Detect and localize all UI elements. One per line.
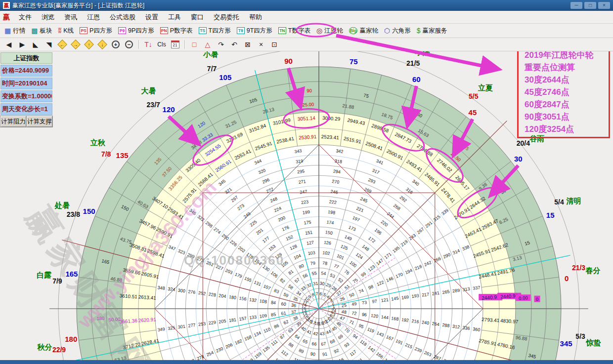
menu-item-设置[interactable]: 设置	[140, 11, 163, 23]
close-button[interactable]: ×	[598, 2, 610, 9]
toolbar-button-t-number-table[interactable]: TNT数字表	[276, 26, 314, 36]
toolbar-button-kline[interactable]: ʬK线	[55, 26, 77, 36]
winner-wheel-label: 赢家轮	[359, 27, 378, 35]
tool-pan-left[interactable]: ←	[56, 39, 68, 50]
p-number-table-icon: PN	[160, 27, 168, 34]
svg-text:336: 336	[462, 325, 470, 331]
window-controls: ─□×	[570, 2, 610, 9]
tool-time-axis[interactable]: T↓	[142, 39, 154, 50]
tool-rotate-cw[interactable]: ↷	[215, 39, 227, 50]
gann-wheel-chart-area[interactable]: 1234567891011121314151617181920212223242…	[0, 51, 613, 364]
menu-item-江恩[interactable]: 江恩	[82, 11, 105, 23]
svg-text:31: 31	[313, 281, 318, 286]
svg-text:271: 271	[298, 179, 306, 185]
toolbar-button-winner-wheel[interactable]: Big赢家轮	[347, 26, 382, 36]
svg-text:处暑: 处暑	[54, 201, 70, 209]
tool-pointer-left[interactable]: ◣	[30, 39, 42, 50]
svg-text:253: 253	[198, 321, 206, 327]
svg-text:72: 72	[351, 311, 357, 316]
tool-pan-right[interactable]: →	[70, 39, 82, 50]
svg-text:300: 300	[177, 288, 185, 294]
tool-calendar[interactable]: 21	[169, 39, 181, 50]
zoom-out-icon: −	[125, 40, 133, 48]
box-x-icon: ⊠	[245, 40, 251, 48]
p-number-table-label: P数字表	[170, 27, 193, 35]
minimize-button[interactable]: ─	[570, 2, 582, 9]
menu-item-交易委托[interactable]: 交易委托	[209, 11, 244, 23]
menu-item-文件[interactable]: 文件	[14, 11, 37, 23]
svg-text:301: 301	[177, 324, 185, 330]
toolbar-button-9p-square[interactable]: P99P四方形	[116, 26, 158, 36]
svg-text:43: 43	[319, 331, 325, 336]
quotes-label: 行情	[13, 27, 25, 35]
tool-pan-down[interactable]: ↓	[96, 39, 108, 50]
svg-text:325: 325	[168, 325, 175, 331]
svg-text:342: 342	[336, 148, 344, 154]
menu-item-工具[interactable]: 工具	[163, 11, 186, 23]
toolbar-button-9t-square[interactable]: T99T四方形	[234, 26, 276, 36]
toolbar-button-p-square[interactable]: PSP四方形	[77, 26, 116, 36]
t-square-label: T四方形	[209, 27, 231, 35]
svg-text:343: 343	[294, 148, 302, 154]
note-line-0: 2019年江恩轮中轮	[525, 51, 604, 61]
svg-text:54: 54	[321, 271, 326, 276]
sectors-label: 板块	[40, 27, 52, 35]
svg-text:36: 36	[291, 303, 297, 308]
svg-text:67: 67	[321, 341, 326, 347]
calc-resistance-button[interactable]: 计算阻力	[0, 116, 26, 127]
toolbar-button-p-number-table[interactable]: PNP数字表	[158, 26, 196, 36]
svg-text:0.00: 0.00	[519, 295, 528, 301]
menu-item-帮助[interactable]: 帮助	[244, 11, 267, 23]
gann-wheel-icon: ◎	[316, 27, 322, 34]
svg-text:惊蛰: 惊蛰	[586, 338, 601, 347]
toolbar-button-hexagon[interactable]: ⬡六角形	[382, 26, 414, 36]
tool-pointer-right[interactable]: ◥	[43, 39, 55, 50]
svg-text:23/8: 23/8	[67, 210, 80, 218]
panel-rows: 价格=2440.9099时间=20190104变换系数=1.00000周天变化步…	[0, 65, 52, 115]
tool-cls[interactable]: Cls	[156, 39, 168, 50]
svg-text:145: 145	[391, 296, 399, 302]
toolbar-button-winner-service[interactable]: $赢家服务	[414, 26, 451, 36]
svg-text:49: 49	[351, 301, 357, 307]
calendar-icon: 21	[171, 40, 179, 48]
tool-triangle-tool[interactable]: △	[202, 39, 214, 50]
menu-item-浏览[interactable]: 浏览	[37, 11, 59, 23]
tool-square-tool[interactable]: □	[188, 39, 200, 50]
svg-text:小满: 小满	[415, 51, 430, 56]
rotate-cw-icon: ↷	[218, 40, 224, 48]
toolbar-button-t-square[interactable]: TST四方形	[196, 26, 234, 36]
tool-box-x[interactable]: ⊠	[242, 39, 254, 50]
svg-text:144: 144	[381, 315, 389, 321]
tool-zoom-out[interactable]: −	[123, 39, 135, 50]
calc-support-button[interactable]: 计算支撑	[27, 116, 52, 127]
svg-text:15: 15	[546, 211, 555, 219]
svg-text:22/9: 22/9	[52, 346, 66, 354]
9p-square-icon: P9	[118, 27, 126, 34]
menu-item-窗口[interactable]: 窗口	[186, 11, 209, 23]
note-line-5: 90度3051点	[525, 111, 604, 123]
tool-converge[interactable]: ×	[255, 39, 267, 50]
menu-item-公式选股[interactable]: 公式选股	[105, 11, 140, 23]
maximize-button[interactable]: □	[584, 2, 596, 9]
svg-text:45: 45	[469, 108, 477, 117]
tool-page-prev[interactable]: ◀	[3, 39, 15, 50]
toolbar-separator	[184, 40, 185, 49]
svg-text:78: 78	[322, 260, 327, 266]
tool-page-next[interactable]: ▶	[16, 39, 28, 50]
menu-item-资讯[interactable]: 资讯	[59, 11, 82, 23]
svg-text:48: 48	[341, 309, 347, 315]
svg-text:318: 318	[334, 159, 342, 164]
9p-square-label: 9P四方形	[128, 27, 154, 35]
svg-text:192: 192	[401, 317, 409, 323]
tool-rotate-ccw[interactable]: ↶	[228, 39, 240, 50]
pan-left-icon: ←	[57, 40, 67, 49]
quotes-icon: ▦	[4, 27, 11, 34]
toolbar-button-sectors[interactable]: ▩板块	[29, 26, 55, 36]
tool-select-tool[interactable]: ⊡	[268, 39, 280, 50]
toolbar-button-gann-wheel[interactable]: ◎江恩轮	[314, 26, 347, 36]
tool-zoom-in[interactable]: +	[110, 39, 122, 50]
svg-text:181: 181	[228, 317, 236, 323]
toolbar-button-quotes[interactable]: ▦行情	[2, 26, 29, 36]
svg-text:276: 276	[188, 289, 196, 295]
tool-pan-up[interactable]: ↑	[83, 39, 95, 50]
